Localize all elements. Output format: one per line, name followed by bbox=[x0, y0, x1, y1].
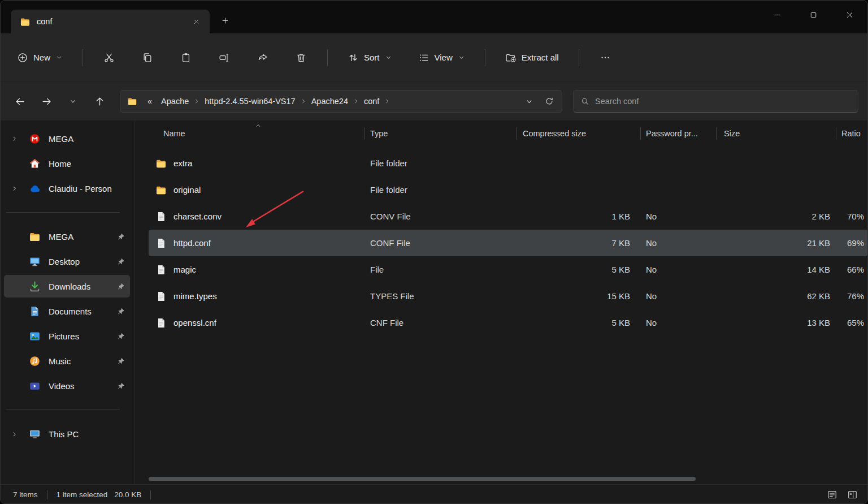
explorer-tab[interactable]: conf bbox=[11, 10, 210, 33]
file-row[interactable]: charset.conv CONV File 1 KB No 2 KB 70% bbox=[149, 203, 867, 230]
address-dropdown-button[interactable] bbox=[520, 92, 538, 110]
title-bar: conf bbox=[1, 1, 867, 33]
breadcrumb-chevron-icon[interactable] bbox=[384, 98, 390, 105]
folder-icon bbox=[20, 16, 31, 27]
thumbnail-view-button[interactable] bbox=[845, 488, 860, 502]
up-button[interactable] bbox=[89, 91, 110, 111]
file-explorer-window: conf New Sort View bbox=[0, 0, 868, 504]
file-row[interactable]: original File folder bbox=[149, 176, 867, 203]
sidebar-item-music[interactable]: Music bbox=[4, 350, 130, 372]
expand-chevron-icon[interactable] bbox=[11, 185, 22, 192]
file-password-protected: No bbox=[640, 212, 716, 221]
home-icon bbox=[29, 158, 41, 170]
horizontal-scrollbar[interactable] bbox=[149, 477, 864, 481]
file-type: File folder bbox=[364, 185, 516, 195]
paste-icon bbox=[180, 52, 192, 63]
sidebar-item-onedrive[interactable]: Claudiu - Person bbox=[4, 177, 130, 200]
file-row[interactable]: openssl.cnf CNF File 5 KB No 13 KB 65% bbox=[149, 309, 867, 336]
cut-button[interactable] bbox=[97, 47, 121, 68]
sidebar-item-this-pc[interactable]: This PC bbox=[4, 423, 130, 445]
column-header-name[interactable]: Name bbox=[149, 120, 364, 147]
scrollbar-thumb[interactable] bbox=[149, 477, 696, 481]
recent-locations-button[interactable] bbox=[63, 91, 84, 111]
desktop-icon bbox=[29, 256, 41, 268]
sidebar-item-downloads[interactable]: Downloads bbox=[4, 275, 130, 298]
file-compressed-size: 7 KB bbox=[516, 238, 640, 248]
videos-icon bbox=[29, 380, 41, 392]
file-row[interactable]: mime.types TYPES File 15 KB No 62 KB 76% bbox=[149, 283, 867, 309]
extract-all-button[interactable]: Extract all bbox=[499, 47, 565, 68]
search-input[interactable] bbox=[595, 97, 851, 106]
chevron-down-icon bbox=[458, 54, 465, 61]
column-header-compressed-size[interactable]: Compressed size bbox=[516, 120, 640, 147]
back-button[interactable] bbox=[10, 91, 31, 111]
sidebar-item-documents[interactable]: Documents bbox=[4, 300, 130, 322]
file-ratio: 66% bbox=[836, 265, 867, 274]
sidebar-item-label: Videos bbox=[49, 381, 117, 391]
pin-icon bbox=[117, 382, 125, 390]
file-ratio: 70% bbox=[836, 212, 867, 221]
sidebar-item-label: MEGA bbox=[49, 232, 117, 242]
sidebar-item-mega-folder[interactable]: MEGA bbox=[4, 225, 130, 248]
column-header-ratio[interactable]: Ratio bbox=[836, 120, 867, 147]
sidebar-divider bbox=[6, 212, 120, 213]
file-row[interactable]: extra File folder bbox=[149, 150, 867, 176]
command-bar: New Sort View Extract all bbox=[1, 33, 867, 82]
forward-arrow-icon bbox=[41, 96, 52, 107]
sort-icon bbox=[348, 52, 359, 63]
view-button[interactable]: View bbox=[412, 47, 471, 68]
sidebar-list: MEGA Home Claudiu - Person MEGA Desktop … bbox=[1, 127, 134, 445]
breadcrumb-overflow[interactable]: « bbox=[144, 94, 156, 108]
folder-icon bbox=[127, 96, 137, 106]
search-box[interactable] bbox=[573, 90, 858, 113]
refresh-button[interactable] bbox=[540, 92, 558, 110]
file-ratio: 65% bbox=[836, 318, 867, 328]
address-bar[interactable]: « Apache httpd-2.4.55-win64-VS17 Apache2… bbox=[120, 90, 562, 113]
breadcrumb-segment[interactable]: conf bbox=[360, 94, 383, 108]
copy-icon bbox=[142, 52, 153, 63]
maximize-button[interactable] bbox=[795, 1, 831, 29]
tab-close-button[interactable] bbox=[188, 14, 204, 29]
sidebar-item-videos[interactable]: Videos bbox=[4, 374, 130, 397]
minimize-button[interactable] bbox=[759, 1, 795, 29]
paste-button[interactable] bbox=[173, 47, 198, 68]
downloads-icon bbox=[29, 281, 41, 292]
column-header-size[interactable]: Size bbox=[716, 120, 836, 147]
status-separator bbox=[47, 490, 47, 499]
breadcrumb-chevron-icon[interactable] bbox=[300, 98, 307, 105]
breadcrumb-segment[interactable]: Apache bbox=[157, 94, 193, 108]
sort-button[interactable]: Sort bbox=[341, 47, 398, 68]
sidebar-item-desktop[interactable]: Desktop bbox=[4, 250, 130, 273]
file-password-protected: No bbox=[640, 291, 716, 301]
selection-size: 20.0 KB bbox=[114, 490, 141, 499]
copy-button[interactable] bbox=[135, 47, 160, 68]
rename-button[interactable] bbox=[212, 47, 237, 68]
minimize-icon bbox=[772, 10, 782, 20]
file-size: 62 KB bbox=[716, 291, 836, 301]
new-tab-button[interactable] bbox=[215, 11, 235, 30]
column-header-type[interactable]: Type bbox=[364, 120, 516, 147]
file-row[interactable]: magic File 5 KB No 14 KB 66% bbox=[149, 256, 867, 283]
more-options-button[interactable] bbox=[593, 47, 618, 68]
breadcrumb-chevron-icon[interactable] bbox=[353, 98, 359, 105]
share-button[interactable] bbox=[250, 47, 275, 68]
column-header-password-protected[interactable]: Password pr... bbox=[640, 120, 716, 147]
file-row[interactable]: httpd.conf CONF File 7 KB No 21 KB 69% bbox=[149, 230, 867, 256]
file-name: httpd.conf bbox=[173, 238, 211, 248]
sidebar-item-pictures[interactable]: Pictures bbox=[4, 325, 130, 347]
pin-icon bbox=[117, 332, 125, 341]
navigation-pane: MEGA Home Claudiu - Person MEGA Desktop … bbox=[1, 120, 135, 484]
chevron-down-icon bbox=[385, 54, 392, 61]
sidebar-item-home[interactable]: Home bbox=[4, 152, 130, 175]
close-button[interactable] bbox=[831, 1, 867, 29]
breadcrumb-chevron-icon[interactable] bbox=[193, 98, 200, 105]
sidebar-item-mega-cloud[interactable]: MEGA bbox=[4, 127, 130, 150]
forward-button[interactable] bbox=[36, 91, 58, 111]
expand-chevron-icon[interactable] bbox=[11, 430, 22, 438]
delete-button[interactable] bbox=[289, 47, 314, 68]
breadcrumb-segment[interactable]: Apache24 bbox=[307, 94, 352, 108]
details-view-button[interactable] bbox=[824, 488, 839, 502]
new-button[interactable]: New bbox=[11, 47, 69, 68]
breadcrumb-segment[interactable]: httpd-2.4.55-win64-VS17 bbox=[201, 94, 299, 108]
expand-chevron-icon[interactable] bbox=[11, 135, 22, 143]
